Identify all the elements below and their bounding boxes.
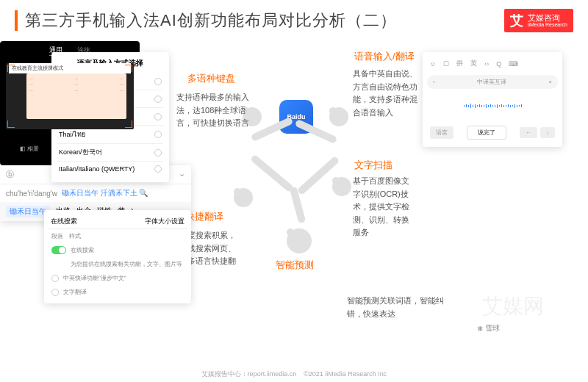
desc-voice: 具备中英自由说、方言自由说特色功能，支持多语种混合语音输入 bbox=[353, 68, 419, 119]
checkbox-icon[interactable] bbox=[51, 275, 59, 282]
diagram-canvas: Baidu 多语种键盘 搜索/快捷翻译 语音输入/翻译 文字扫描 智能预测 支持… bbox=[0, 41, 588, 357]
radio-icon[interactable] bbox=[154, 113, 162, 120]
desc-predict: 智能预测关联词语，智能纠错，快速表达 bbox=[347, 295, 450, 320]
label-voice: 语音输入/翻译 bbox=[354, 50, 415, 63]
title-wrap: 第三方手机输入法AI创新功能布局对比分析（二） bbox=[15, 10, 397, 32]
desc-multilang: 支持语种最多的输入法，达108种全球语言，可快捷切换语言 bbox=[176, 91, 250, 130]
title-accent-bar bbox=[15, 10, 18, 31]
keyboard-icon[interactable]: ⌨ bbox=[509, 60, 518, 68]
settings-row[interactable]: 文字翻译 bbox=[49, 285, 187, 299]
kbd-input-row: chu'he'ri'dang'w 锄禾日当午 汗滴禾下土 🔍 bbox=[0, 184, 191, 202]
tab-english[interactable]: 英 bbox=[470, 59, 477, 68]
brand-logo: 艾 艾媒咨询 iiMedia Research bbox=[504, 9, 573, 32]
snow-icon: ❄ bbox=[477, 325, 483, 333]
page-title: 第三方手机输入法AI创新功能布局对比分析（二） bbox=[25, 10, 397, 32]
brand-icon: 艾 bbox=[510, 12, 523, 29]
voice-mode-pill[interactable]: ‹中译英互译× bbox=[427, 75, 558, 89]
footer: 艾媒报告中心：report.iimedia.cn ©2021 iiMedia R… bbox=[0, 370, 588, 379]
crop-corner-icon[interactable] bbox=[7, 120, 15, 128]
node bbox=[329, 107, 348, 126]
settings-header-row: 段落 样式 bbox=[49, 229, 187, 243]
label-ocr: 文字扫描 bbox=[354, 159, 392, 172]
crop-corner-icon[interactable] bbox=[125, 120, 132, 128]
settings-row[interactable]: 在线搜索 bbox=[49, 243, 187, 257]
radio-icon[interactable] bbox=[154, 96, 162, 103]
node bbox=[234, 188, 253, 207]
toggle-icon[interactable] bbox=[51, 246, 66, 254]
brand-text: 艾媒咨询 iiMedia Research bbox=[528, 14, 567, 27]
watermark: 艾媒网 bbox=[482, 292, 544, 320]
voice-bottom-bar: 语言 说完了 ← ↓ bbox=[427, 123, 558, 143]
tab-online-search[interactable]: 在线搜索 bbox=[51, 217, 77, 226]
lang-row[interactable]: Italian/Italiano (QWERTY) bbox=[57, 162, 163, 176]
snowball-badge: ❄雪球 bbox=[477, 323, 500, 334]
chevron-down-icon[interactable]: ⌄ bbox=[179, 169, 185, 180]
search-icon[interactable]: Q bbox=[496, 60, 501, 68]
label-predict: 智能预测 bbox=[276, 259, 314, 272]
album-button[interactable]: ◧ 相册 bbox=[20, 145, 39, 153]
radio-icon[interactable] bbox=[154, 149, 162, 156]
connector bbox=[250, 154, 294, 193]
checkbox-icon[interactable] bbox=[51, 289, 59, 296]
node bbox=[287, 228, 312, 253]
radio-icon[interactable] bbox=[154, 165, 162, 173]
candidate[interactable]: 锄禾日当午 bbox=[6, 206, 50, 217]
crop-corner-icon[interactable] bbox=[7, 65, 15, 72]
settings-tabs: 在线搜索 字体大小设置 bbox=[49, 215, 187, 229]
desc-ocr: 基于百度图像文字识别(OCR)技术，提供文字检测、识别、转换服务 bbox=[353, 175, 416, 239]
settings-row: 为您提供在线搜索相关功能，文字、图片等 bbox=[49, 257, 187, 271]
node bbox=[332, 177, 351, 196]
header: 第三方手机输入法AI创新功能布局对比分析（二） 艾 艾媒咨询 iiMedia R… bbox=[0, 0, 588, 41]
voice-toolbar: ☺ ☐ 拼 英 ‹› Q ⌨ bbox=[427, 57, 558, 71]
ocr-result-popup: ········· ········· ········· bbox=[26, 73, 126, 119]
label-multilang: 多语种键盘 bbox=[187, 72, 235, 85]
tab-font-size[interactable]: 字体大小设置 bbox=[145, 217, 184, 226]
enter-icon[interactable]: ↓ bbox=[540, 127, 555, 138]
ocr-viewport: 在线教育主流授课模式 ········· ········· ········· bbox=[6, 63, 134, 129]
lang-button[interactable]: 语言 bbox=[430, 126, 453, 139]
settings-row[interactable]: 中英快译功能"漫步中文" bbox=[49, 271, 187, 285]
tab-pinyin[interactable]: 拼 bbox=[456, 59, 463, 68]
ocr-caption: 在线教育主流授课模式 bbox=[9, 63, 131, 73]
done-button[interactable]: 说完了 bbox=[467, 126, 506, 140]
close-icon[interactable]: × bbox=[548, 79, 552, 85]
lang-row[interactable]: Korean/한국어 bbox=[57, 144, 163, 162]
crop-corner-icon[interactable] bbox=[125, 65, 132, 72]
square-icon[interactable]: ☐ bbox=[443, 60, 449, 68]
panel-settings: 在线搜索 字体大小设置 段落 样式 在线搜索 为您提供在线搜索相关功能，文字、图… bbox=[44, 210, 191, 303]
panel-voice-input: ☺ ☐ 拼 英 ‹› Q ⌨ ‹中译英互译× 语言 说完了 ← ↓ bbox=[423, 52, 562, 147]
pinyin-text: chu'he'ri'dang'w bbox=[6, 190, 57, 198]
code-icon[interactable]: ‹› bbox=[484, 60, 489, 68]
backspace-icon[interactable]: ← bbox=[520, 127, 537, 138]
logo-icon[interactable]: ⓑ bbox=[6, 169, 14, 180]
emoji-icon[interactable]: ☺ bbox=[429, 60, 436, 68]
radio-icon[interactable] bbox=[154, 131, 162, 138]
waveform-icon bbox=[427, 95, 558, 117]
inline-suggestion[interactable]: 锄禾日当午 汗滴禾下土 🔍 bbox=[62, 188, 148, 198]
radio-icon[interactable] bbox=[154, 78, 162, 85]
